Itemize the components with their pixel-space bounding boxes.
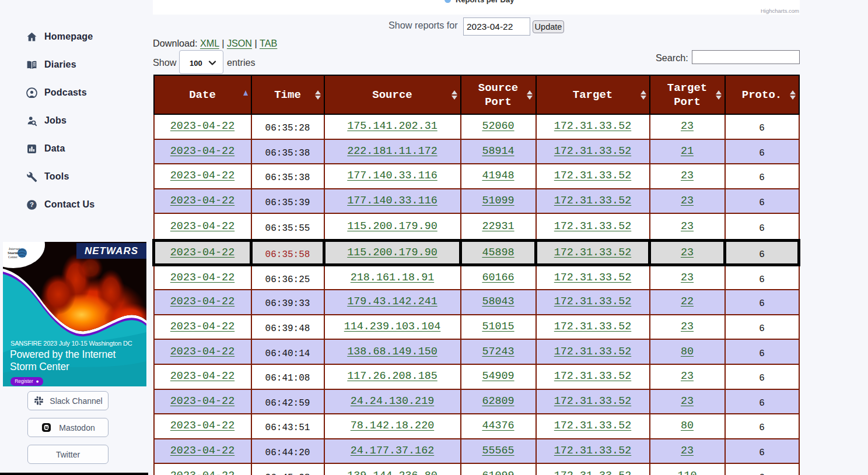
svg-text:Storm: Storm <box>8 251 19 255</box>
svg-text:Center: Center <box>8 255 18 259</box>
svg-text:?: ? <box>30 201 34 208</box>
